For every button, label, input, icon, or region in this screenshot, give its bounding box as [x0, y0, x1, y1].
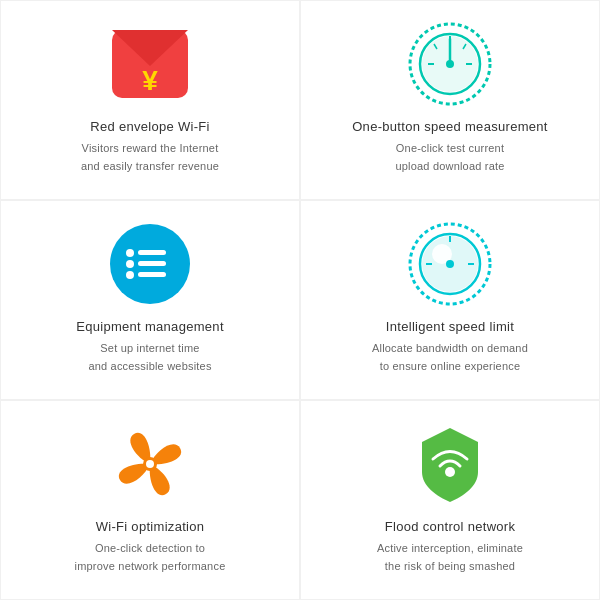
equipment-svg [106, 220, 194, 308]
feature-grid: ¥ Red envelope Wi-Fi Visitors reward the… [0, 0, 600, 600]
svg-rect-17 [138, 261, 166, 266]
speed-limit-title: Intelligent speed limit [386, 319, 514, 334]
svg-rect-15 [138, 250, 166, 255]
cell-speed-measurement: One-button speed measurement One-click t… [300, 0, 600, 200]
equipment-desc: Set up internet timeand accessible websi… [88, 340, 211, 375]
wifi-optimization-title: Wi-Fi optimization [96, 519, 205, 534]
flood-control-title: Flood control network [385, 519, 516, 534]
red-envelope-title: Red envelope Wi-Fi [90, 119, 210, 134]
svg-point-29 [146, 460, 154, 468]
svg-point-14 [126, 249, 134, 257]
speed-limit-desc: Allocate bandwidth on demandto ensure on… [372, 340, 528, 375]
wifi-optimization-desc: One-click detection toimprove network pe… [75, 540, 226, 575]
speed-measurement-title: One-button speed measurement [352, 119, 548, 134]
svg-point-12 [446, 60, 454, 68]
svg-point-16 [126, 260, 134, 268]
flood-control-desc: Active interception, eliminatethe risk o… [377, 540, 523, 575]
fan-svg [106, 420, 194, 508]
speed-limit-svg [406, 220, 494, 308]
equipment-title: Equipment management [76, 319, 224, 334]
speedometer-icon-wrap [405, 19, 495, 109]
cell-wifi-optimization: Wi-Fi optimization One-click detection t… [0, 400, 300, 600]
svg-point-27 [446, 260, 454, 268]
fan-icon-wrap [105, 419, 195, 509]
svg-text:¥: ¥ [142, 65, 158, 96]
cell-red-envelope: ¥ Red envelope Wi-Fi Visitors reward the… [0, 0, 300, 200]
red-envelope-svg: ¥ [106, 20, 194, 108]
cell-speed-limit: Intelligent speed limit Allocate bandwid… [300, 200, 600, 400]
svg-rect-19 [138, 272, 166, 277]
flood-svg [406, 420, 494, 508]
equipment-icon-wrap [105, 219, 195, 309]
speedometer-svg [406, 20, 494, 108]
speed-limit-icon-wrap [405, 219, 495, 309]
speed-measurement-desc: One-click test currentupload download ra… [395, 140, 504, 175]
svg-point-30 [445, 467, 455, 477]
cell-equipment: Equipment management Set up internet tim… [0, 200, 300, 400]
svg-point-18 [126, 271, 134, 279]
red-envelope-icon-wrap: ¥ [105, 19, 195, 109]
cell-flood-control: Flood control network Active interceptio… [300, 400, 600, 600]
flood-icon-wrap [405, 419, 495, 509]
red-envelope-desc: Visitors reward the Internetand easily t… [81, 140, 219, 175]
